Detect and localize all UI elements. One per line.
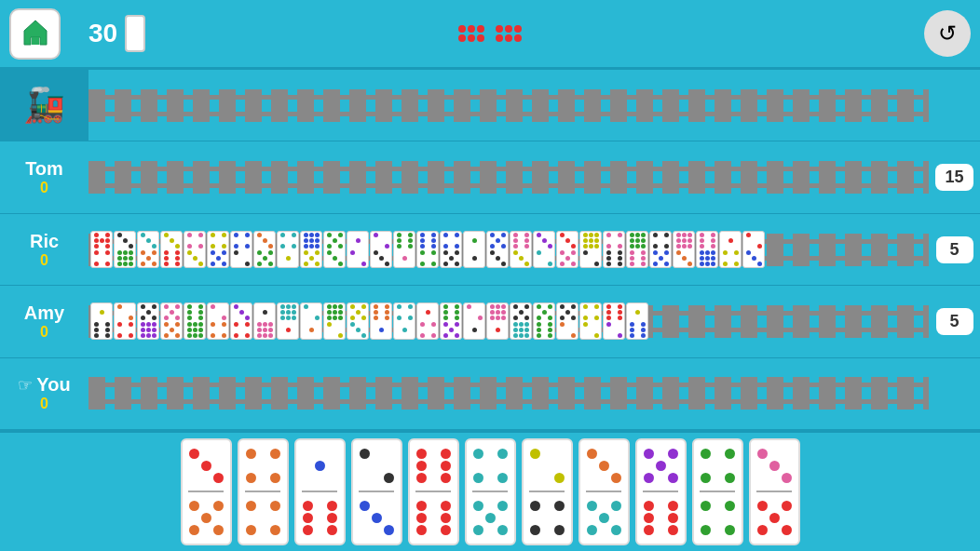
domino[interactable] (486, 302, 509, 340)
domino[interactable] (253, 302, 276, 340)
domino[interactable] (393, 302, 415, 340)
score-tile (125, 15, 145, 52)
domino[interactable] (90, 302, 113, 340)
score-number: 30 (88, 19, 117, 48)
domino[interactable] (510, 302, 532, 340)
domino[interactable] (649, 231, 672, 268)
domino[interactable] (416, 231, 439, 268)
score-display: 30 (88, 15, 145, 52)
game-container: 30 ↺ 🚂 Tom 0 (0, 0, 980, 551)
score-badge-tom: 15 (929, 141, 980, 213)
current-turn-indicator: ☞ (18, 375, 33, 396)
domino[interactable] (207, 302, 229, 340)
main-area: 🚂 Tom 0 Ric 0 Amy 0 ☞ You (0, 70, 980, 430)
hand-domino[interactable] (408, 438, 459, 545)
player-slot-you: ☞ You 0 (0, 358, 88, 430)
refresh-button[interactable]: ↺ (924, 10, 971, 57)
amy-score-badge: 5 (936, 308, 973, 335)
hand-area: (function() { const handColors = [ ['#e8… (0, 430, 980, 551)
domino[interactable] (742, 231, 765, 268)
domino[interactable] (556, 302, 578, 340)
domino[interactable] (603, 231, 625, 268)
track-row-amy: (function() { const colors = ['#e83030',… (88, 286, 929, 357)
domino[interactable] (277, 231, 299, 268)
player-score-you: 0 (40, 396, 48, 412)
domino[interactable] (90, 231, 113, 268)
center-domino-display (458, 25, 522, 42)
track-row-train (88, 70, 929, 141)
domino[interactable] (463, 231, 485, 268)
domino[interactable] (230, 231, 252, 268)
domino[interactable] (253, 231, 276, 268)
domino[interactable] (347, 302, 369, 340)
domino[interactable] (673, 231, 695, 268)
domino[interactable] (603, 302, 625, 340)
hand-domino[interactable] (181, 438, 232, 545)
domino[interactable] (440, 302, 462, 340)
hand-domino[interactable] (635, 438, 687, 545)
hand-domino[interactable] (749, 438, 800, 545)
domino[interactable] (556, 231, 578, 268)
score-badge-train (929, 70, 980, 141)
domino[interactable] (137, 231, 159, 268)
domino[interactable] (486, 231, 509, 268)
player-slot-tom: Tom 0 (0, 141, 88, 213)
track-row-tom (88, 141, 929, 213)
player-name-ric: Ric (30, 231, 59, 252)
ric-score-badge: 5 (936, 236, 973, 263)
hand-domino[interactable] (351, 438, 402, 545)
player-score-amy: 0 (40, 324, 48, 341)
domino[interactable] (184, 302, 206, 340)
domino[interactable] (277, 302, 299, 340)
svg-rect-0 (32, 37, 39, 45)
domino[interactable] (137, 302, 159, 340)
hand-domino[interactable] (578, 438, 630, 545)
domino[interactable] (626, 231, 648, 268)
domino[interactable] (719, 231, 742, 268)
player-score-tom: 0 (40, 180, 48, 196)
hand-domino[interactable] (522, 438, 573, 545)
domino[interactable] (323, 302, 346, 340)
domino[interactable] (207, 231, 229, 268)
track-row-you (88, 358, 929, 430)
domino[interactable] (696, 231, 718, 268)
domino[interactable] (230, 302, 252, 340)
domino[interactable] (160, 231, 183, 268)
left-panel: 🚂 Tom 0 Ric 0 Amy 0 ☞ You (0, 70, 88, 430)
player-slot-amy: Amy 0 (0, 286, 88, 357)
domino[interactable] (533, 302, 555, 340)
domino[interactable] (533, 231, 555, 268)
domino[interactable] (579, 231, 602, 268)
player-name-tom: Tom (25, 158, 63, 180)
score-badge-ric: 5 (929, 214, 980, 286)
domino[interactable] (579, 302, 602, 340)
track-row-ric: (function() { const colors = ['#e83030',… (88, 214, 929, 286)
domino[interactable] (463, 302, 485, 340)
hand-domino[interactable] (238, 438, 289, 545)
domino[interactable] (300, 231, 322, 268)
domino[interactable] (160, 302, 183, 340)
domino[interactable] (393, 231, 415, 268)
domino[interactable] (114, 302, 136, 340)
domino[interactable] (440, 231, 462, 268)
home-button[interactable] (9, 8, 61, 60)
domino[interactable] (323, 231, 346, 268)
player-score-ric: 0 (40, 252, 48, 269)
domino[interactable] (510, 231, 532, 268)
domino[interactable] (370, 302, 392, 340)
domino[interactable] (370, 231, 392, 268)
player-slot-train: 🚂 (0, 70, 88, 141)
domino[interactable] (300, 302, 322, 340)
domino[interactable] (416, 302, 439, 340)
top-bar: 30 ↺ (0, 0, 980, 70)
hand-domino[interactable] (294, 438, 346, 545)
domino[interactable] (626, 302, 648, 340)
domino[interactable] (184, 231, 206, 268)
score-badge-you (929, 358, 980, 430)
hand-domino[interactable] (692, 438, 743, 545)
domino[interactable] (114, 231, 136, 268)
hand-domino[interactable] (465, 438, 516, 545)
player-name-amy: Amy (24, 302, 64, 324)
player-name-you: You (36, 374, 70, 396)
domino[interactable] (347, 231, 369, 268)
